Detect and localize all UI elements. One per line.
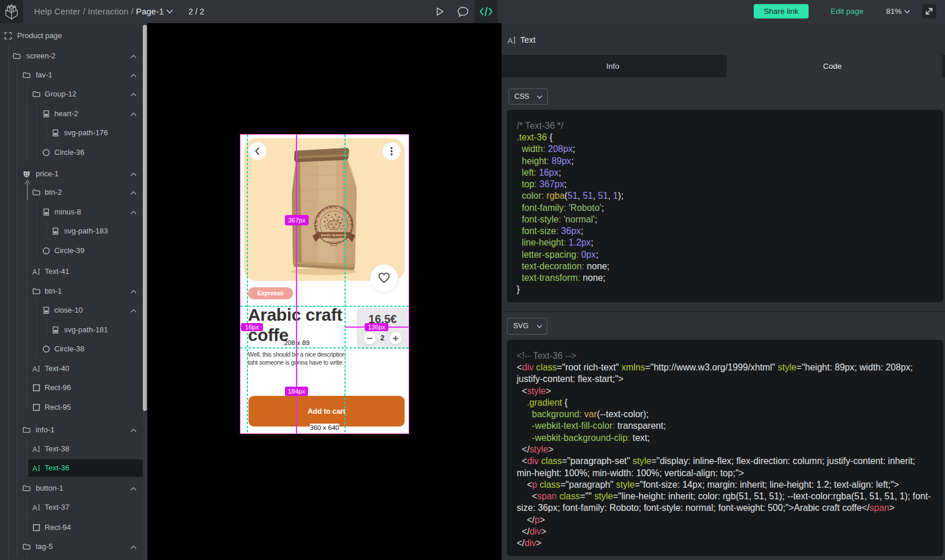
svg-text:A: A bbox=[507, 36, 513, 45]
svg-text:SINCE 1932: SINCE 1932 bbox=[327, 240, 341, 243]
svg-text:A: A bbox=[32, 464, 38, 472]
svg-text:NABI NAHUA: NABI NAHUA bbox=[321, 233, 347, 237]
svg-text:A: A bbox=[32, 365, 38, 373]
svg-text:A: A bbox=[32, 504, 38, 512]
svg-text:A: A bbox=[32, 268, 38, 276]
svg-text:A: A bbox=[32, 445, 38, 453]
